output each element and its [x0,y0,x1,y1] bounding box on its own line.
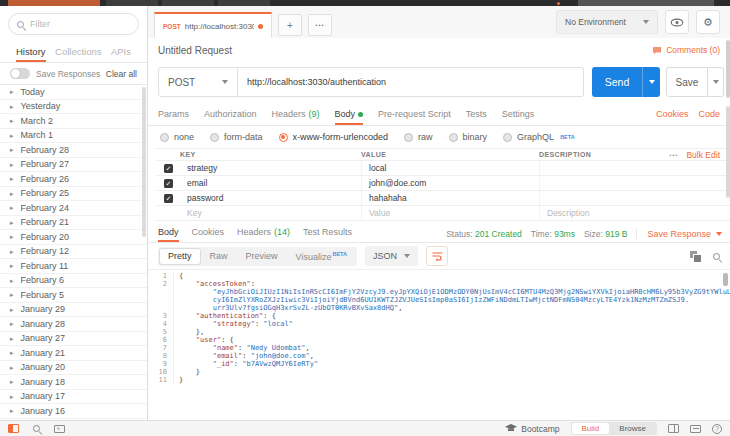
expand-caret-icon[interactable]: ▸ [10,233,14,240]
request-tab-authorization[interactable]: Authorization [204,109,257,125]
help-icon[interactable]: ? [712,424,722,434]
sidebar-scrollbar[interactable] [142,87,146,237]
body-mode-x-www-form-urlencoded[interactable]: x-www-form-urlencoded [279,132,389,142]
settings-button[interactable]: ⚙ [696,10,720,34]
response-tab-body[interactable]: Body [158,227,179,242]
history-item[interactable]: ▸January 20 [0,361,147,376]
global-search-icon[interactable] [33,425,40,432]
expand-caret-icon[interactable]: ▸ [10,349,14,356]
view-mode-pretty[interactable]: Pretty [159,248,201,265]
history-item[interactable]: ▸February 11 [0,259,147,274]
history-item[interactable]: ▸February 24 [0,201,147,216]
save-response-button[interactable]: Save Response [636,229,722,239]
history-item[interactable]: ▸February 21 [0,216,147,231]
history-item[interactable]: ▸January 29 [0,303,147,318]
expand-caret-icon[interactable]: ▸ [10,378,14,385]
history-item[interactable]: ▸March 2 [0,114,147,129]
comments-button[interactable]: Comments (0) [652,45,720,55]
clear-all-button[interactable]: Clear all [106,69,137,79]
expand-caret-icon[interactable]: ▸ [10,132,14,139]
two-pane-view-icon[interactable] [668,424,679,433]
body-mode-graphql[interactable]: GraphQLBETA [503,132,575,142]
expand-caret-icon[interactable]: ▸ [10,320,14,327]
expand-caret-icon[interactable]: ▸ [10,103,14,110]
expand-caret-icon[interactable]: ▸ [10,335,14,342]
request-tab-params[interactable]: Params [158,109,189,125]
window-scrollbar[interactable] [726,40,730,98]
history-item[interactable]: ▸Today [0,85,147,100]
expand-caret-icon[interactable]: ▸ [10,306,14,313]
request-pane-scrollbar[interactable] [726,106,730,198]
filter-input[interactable] [30,19,120,29]
history-item[interactable]: ▸January 18 [0,375,147,390]
console-icon[interactable] [54,425,65,433]
checkbox[interactable]: ✓ [164,194,173,203]
history-item[interactable]: ▸January 28 [0,317,147,332]
expand-caret-icon[interactable]: ▸ [10,88,14,95]
search-response-icon[interactable] [713,253,720,260]
build-tab[interactable]: Build [572,423,610,434]
tab-apis[interactable]: APIs [111,46,131,62]
format-selector[interactable]: JSON [365,246,418,266]
tab-collections[interactable]: Collections [55,46,101,62]
response-tab-test-results[interactable]: Test Results [303,227,352,242]
body-mode-binary[interactable]: binary [449,132,488,142]
history-item[interactable]: ▸February 6 [0,274,147,289]
tab-options-button[interactable]: ••• [308,14,332,36]
wrap-lines-button[interactable] [426,246,448,266]
checkbox[interactable]: ✓ [164,164,173,173]
description-placeholder-cell[interactable]: Description [539,206,656,220]
expand-caret-icon[interactable]: ▸ [10,407,14,414]
cookies-link[interactable]: Cookies [656,109,689,119]
view-mode-visualize[interactable]: VisualizeBETA [287,248,356,265]
bulk-edit-link[interactable]: Bulk Edit [686,150,720,160]
code-scrollbar[interactable] [723,273,728,286]
checkbox[interactable]: ✓ [164,179,173,188]
expand-caret-icon[interactable]: ▸ [10,146,14,153]
bootcamp-button[interactable]: Bootcamp [505,424,559,434]
history-item[interactable]: ▸Yesterday [0,100,147,115]
value-cell[interactable]: local [361,161,539,175]
history-item[interactable]: ▸February 20 [0,230,147,245]
history-item[interactable]: ▸January 16 [0,404,147,419]
expand-caret-icon[interactable]: ▸ [10,277,14,284]
description-cell[interactable] [539,191,656,205]
history-item[interactable]: ▸February 28 [0,143,147,158]
history-item[interactable]: ▸March 1 [0,129,147,144]
history-item[interactable]: ▸February 26 [0,172,147,187]
request-tab-tests[interactable]: Tests [466,109,487,125]
environment-quick-look-button[interactable] [665,10,689,34]
expand-caret-icon[interactable]: ▸ [10,262,14,269]
history-item[interactable]: ▸February 25 [0,187,147,202]
url-input[interactable] [238,67,584,97]
request-tab-pre-request-script[interactable]: Pre-request Script [378,109,451,125]
send-button[interactable]: Send [592,67,642,97]
body-mode-raw[interactable]: raw [404,132,433,142]
new-tab-button[interactable]: + [278,14,302,36]
code-link[interactable]: Code [698,109,720,119]
key-placeholder-cell[interactable]: Key [180,206,361,220]
toggle-sidebar-icon[interactable] [8,424,19,433]
more-options-icon[interactable]: ••• [669,152,678,158]
shortcuts-icon[interactable] [690,425,701,433]
request-tab-settings[interactable]: Settings [502,109,535,125]
key-cell[interactable]: strategy [180,161,361,175]
history-item[interactable]: ▸February 5 [0,288,147,303]
expand-caret-icon[interactable]: ▸ [10,219,14,226]
method-selector[interactable]: POST [158,67,238,97]
history-item[interactable]: ▸February 27 [0,158,147,173]
save-button[interactable]: Save [666,67,708,97]
expand-caret-icon[interactable]: ▸ [10,248,14,255]
expand-caret-icon[interactable]: ▸ [10,364,14,371]
expand-caret-icon[interactable]: ▸ [10,175,14,182]
expand-caret-icon[interactable]: ▸ [10,117,14,124]
copy-icon[interactable] [690,251,700,261]
key-cell[interactable]: password [180,191,361,205]
history-item[interactable]: ▸January 17 [0,390,147,405]
key-cell[interactable]: email [180,176,361,190]
response-tab-cookies[interactable]: Cookies [192,227,225,242]
description-cell[interactable] [539,161,656,175]
environment-selector[interactable]: No Environment [556,10,658,34]
response-tab-headers[interactable]: Headers(14) [237,227,290,242]
view-mode-preview[interactable]: Preview [237,248,287,265]
